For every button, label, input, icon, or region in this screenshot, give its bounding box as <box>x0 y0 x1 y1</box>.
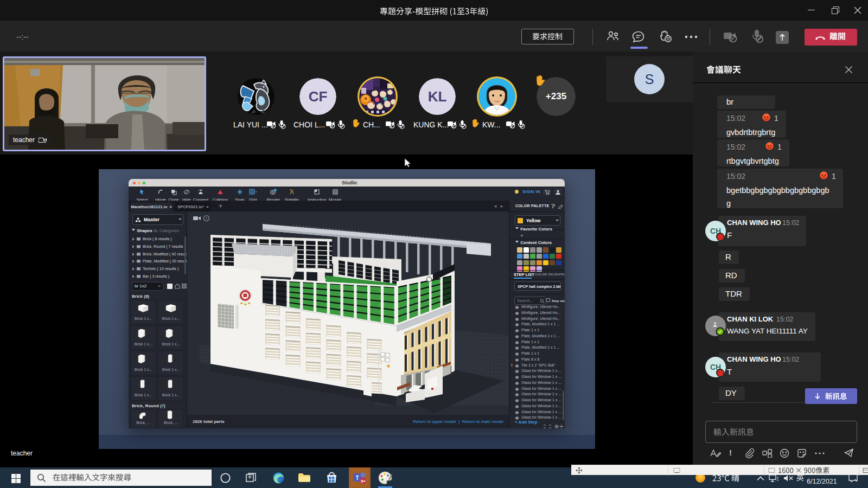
svg-text:9+: 9+ <box>361 479 366 484</box>
svg-text:T: T <box>355 475 359 481</box>
